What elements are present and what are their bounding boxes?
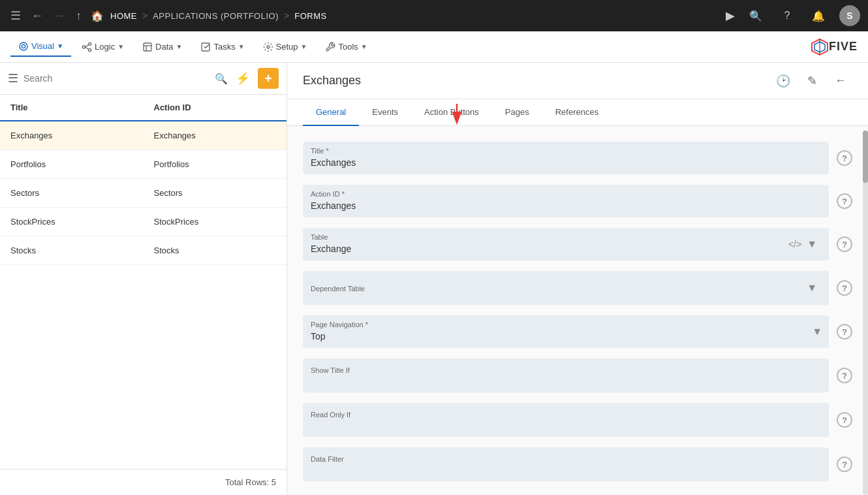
dependent-table-field-wrap: Dependent Table ▼ [303, 271, 829, 305]
table-row[interactable]: PortfoliosPortfolios [0, 150, 287, 179]
svg-point-11 [267, 46, 270, 48]
page-navigation-field-wrap: Page Navigation * Top ▼ [303, 315, 829, 348]
help-nav-icon[interactable]: ? [777, 5, 798, 26]
five-logo: FIVE [811, 38, 858, 56]
dependent-dropdown-icon[interactable]: ▼ [805, 281, 818, 295]
scrollbar[interactable] [863, 131, 868, 495]
table-row[interactable]: StockPricesStockPrices [0, 208, 287, 236]
col-title: Title [0, 95, 144, 121]
edit-icon[interactable]: ✎ [800, 69, 824, 93]
right-header: Exchanges 🕑 ✎ ← [287, 63, 868, 99]
cell-action-id: Portfolios [144, 150, 287, 179]
show-title-row: Show Title If ? [303, 359, 852, 392]
page-nav-dropdown-icon[interactable]: ▼ [811, 325, 824, 338]
tab-references[interactable]: References [542, 99, 612, 126]
table-row[interactable]: StocksStocks [0, 236, 287, 265]
tab-events[interactable]: Events [359, 99, 411, 126]
notification-icon[interactable]: 🔔 [808, 5, 829, 26]
cell-action-id: Stocks [144, 236, 287, 265]
title-field-wrap: Title * Exchanges [303, 142, 829, 174]
search-icon: 🔍 [215, 72, 228, 85]
table-field[interactable]: Table Exchange </> ▼ [303, 228, 829, 261]
search-input[interactable] [23, 73, 209, 84]
menu-icon[interactable]: ☰ [8, 6, 23, 25]
data-filter-help-icon[interactable]: ? [837, 456, 852, 472]
table-footer: Total Rows: 5 [0, 469, 287, 495]
history-icon[interactable]: 🕑 [771, 69, 795, 93]
forward-icon[interactable]: → [51, 7, 68, 25]
table-field-wrap: Table Exchange </> ▼ [303, 228, 829, 261]
action-id-field-wrap: Action ID * Exchanges [303, 185, 829, 217]
page-title: Exchanges [303, 74, 766, 88]
right-panel: Exchanges 🕑 ✎ ← General Events Action Bu… [287, 63, 868, 495]
col-action-id: Action ID [144, 95, 287, 121]
table-row[interactable]: ExchangesExchanges [0, 121, 287, 150]
data-filter-field[interactable]: Data Filter [303, 447, 829, 481]
back-icon[interactable]: ← [29, 7, 46, 25]
breadcrumb-apps[interactable]: APPLICATIONS (PORTFOLIO) [153, 11, 279, 21]
page-navigation-help-icon[interactable]: ? [837, 324, 852, 340]
show-title-field-wrap: Show Title If [303, 359, 829, 392]
sidebar-toggle-icon[interactable]: ☰ [8, 71, 18, 86]
dependent-table-field[interactable]: Dependent Table ▼ [303, 271, 829, 305]
cell-title: Stocks [0, 236, 144, 265]
page-navigation-field[interactable]: Page Navigation * Top ▼ [303, 315, 829, 348]
svg-line-5 [85, 44, 88, 46]
read-only-field-wrap: Read Only If [303, 403, 829, 437]
nav-visual[interactable]: Visual ▼ [10, 37, 71, 57]
breadcrumb-home[interactable]: HOME [110, 11, 137, 21]
svg-point-2 [82, 46, 85, 48]
breadcrumb-forms[interactable]: FORMS [294, 11, 326, 21]
left-panel: ☰ 🔍 ⚡ + Title Action ID ExchangesExchang… [0, 63, 287, 495]
tab-general[interactable]: General [303, 99, 359, 126]
search-nav-icon[interactable]: 🔍 [745, 5, 766, 26]
play-icon[interactable]: ▶ [726, 8, 735, 23]
tab-pages[interactable]: Pages [492, 99, 542, 126]
dependent-table-help-icon[interactable]: ? [837, 280, 852, 296]
back-panel-icon[interactable]: ← [829, 69, 852, 93]
read-only-help-icon[interactable]: ? [837, 412, 852, 428]
svg-point-4 [89, 48, 91, 51]
page-navigation-row: Page Navigation * Top ▼ ? [303, 315, 852, 348]
cell-title: Sectors [0, 179, 144, 208]
avatar[interactable]: S [839, 5, 860, 26]
cell-title: Portfolios [0, 150, 144, 179]
main-layout: ☰ 🔍 ⚡ + Title Action ID ExchangesExchang… [0, 63, 868, 495]
cell-action-id: Exchanges [144, 121, 287, 150]
data-table: Title Action ID ExchangesExchangesPortfo… [0, 95, 287, 265]
dropdown-icon[interactable]: ▼ [805, 237, 818, 251]
nav-tasks[interactable]: Tasks ▼ [193, 38, 252, 56]
code-icon[interactable]: </> [787, 238, 803, 251]
table-row: Table Exchange </> ▼ ? [303, 228, 852, 261]
nav-setup[interactable]: Setup ▼ [255, 38, 315, 56]
action-id-field[interactable]: Action ID * Exchanges [303, 185, 829, 217]
up-icon[interactable]: ↑ [73, 7, 84, 25]
title-field[interactable]: Title * Exchanges [303, 142, 829, 174]
show-title-field[interactable]: Show Title If [303, 359, 829, 392]
data-filter-field-wrap: Data Filter [303, 447, 829, 481]
title-help-icon[interactable]: ? [837, 150, 852, 166]
svg-point-1 [20, 42, 27, 50]
search-bar: ☰ 🔍 ⚡ + [0, 63, 287, 95]
nav-logic[interactable]: Logic ▼ [74, 38, 132, 56]
action-id-help-icon[interactable]: ? [837, 193, 852, 209]
flash-icon[interactable]: ⚡ [233, 69, 253, 88]
form-area: Title * Exchanges ? Action ID * Exchange… [287, 126, 868, 495]
table-help-icon[interactable]: ? [837, 236, 852, 252]
nav-tools[interactable]: Tools ▼ [317, 38, 375, 56]
data-filter-row: Data Filter ? [303, 447, 852, 481]
dependent-table-row: Dependent Table ▼ ? [303, 271, 852, 305]
show-title-help-icon[interactable]: ? [837, 368, 852, 383]
cell-action-id: StockPrices [144, 208, 287, 236]
tabs-bar: General Events Action Buttons Pages Refe… [287, 99, 868, 126]
tab-action-buttons[interactable]: Action Buttons [411, 99, 492, 126]
add-button[interactable]: + [258, 68, 279, 89]
read-only-field[interactable]: Read Only If [303, 403, 829, 437]
cell-title: StockPrices [0, 208, 144, 236]
svg-rect-7 [144, 43, 151, 51]
svg-point-3 [89, 42, 91, 45]
svg-line-6 [85, 47, 88, 49]
svg-rect-10 [202, 43, 209, 51]
nav-data[interactable]: Data ▼ [134, 38, 190, 56]
table-row[interactable]: SectorsSectors [0, 179, 287, 208]
